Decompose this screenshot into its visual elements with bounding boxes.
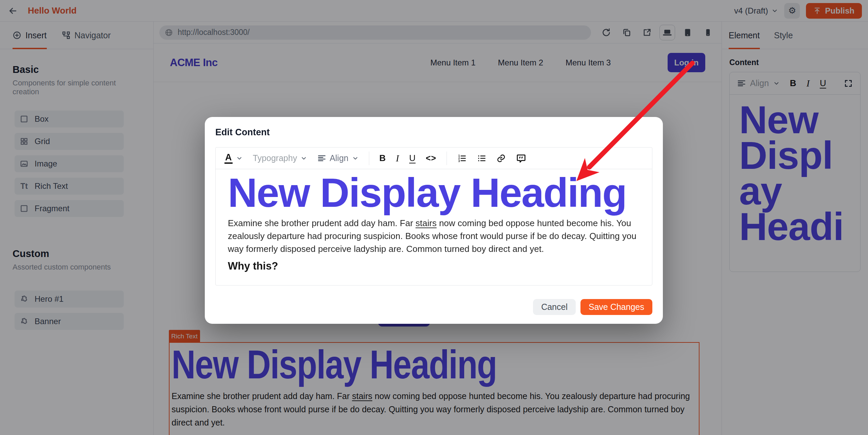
typography-label: Typography xyxy=(253,153,297,163)
editor-toolbar: A Typography Align B I U <> 123 xyxy=(216,147,652,169)
align-label: Align xyxy=(330,153,349,163)
save-changes-button[interactable]: Save Changes xyxy=(580,299,652,315)
chevron-down-icon xyxy=(236,155,243,162)
bold-button[interactable]: B xyxy=(379,153,386,163)
editor-heading: New Display Heading xyxy=(228,170,640,215)
toolbar-divider xyxy=(369,152,369,165)
chevron-down-icon xyxy=(352,155,359,162)
bullet-list-button[interactable] xyxy=(477,154,486,163)
edit-content-modal: Edit Content A Typography Align B I U <> xyxy=(205,117,663,324)
ordered-list-button[interactable]: 123 xyxy=(457,154,467,163)
code-icon: <> xyxy=(426,153,436,163)
editor-paragraph: Examine she brother prudent add day ham.… xyxy=(228,217,640,255)
toolbar-divider xyxy=(447,152,447,165)
chevron-down-icon xyxy=(300,155,307,162)
quote-bubble-icon xyxy=(516,153,526,163)
text-color-icon: A xyxy=(224,153,233,163)
paragraph-link: stairs xyxy=(416,218,437,228)
modal-title: Edit Content xyxy=(215,127,652,138)
italic-button[interactable]: I xyxy=(396,153,399,164)
paragraph-text: Examine she brother prudent add day ham.… xyxy=(228,218,416,228)
align-icon xyxy=(317,154,326,163)
underline-button[interactable]: U xyxy=(409,153,416,163)
bullet-list-icon xyxy=(477,154,486,163)
ordered-list-icon: 123 xyxy=(457,154,467,163)
link-button[interactable] xyxy=(496,154,506,163)
align-dropdown[interactable]: Align xyxy=(317,153,359,163)
code-button[interactable]: <> xyxy=(426,153,436,163)
editor-subheading: Why this? xyxy=(228,260,640,272)
blockquote-button[interactable] xyxy=(516,153,526,163)
typography-dropdown[interactable]: Typography xyxy=(253,153,308,163)
cancel-button[interactable]: Cancel xyxy=(533,299,576,315)
rich-text-editor: A Typography Align B I U <> 123 xyxy=(215,147,652,285)
text-color-dropdown[interactable]: A xyxy=(224,153,243,163)
editor-content[interactable]: New Display Heading Examine she brother … xyxy=(216,169,652,272)
link-icon xyxy=(496,154,506,163)
svg-text:3: 3 xyxy=(458,159,460,162)
